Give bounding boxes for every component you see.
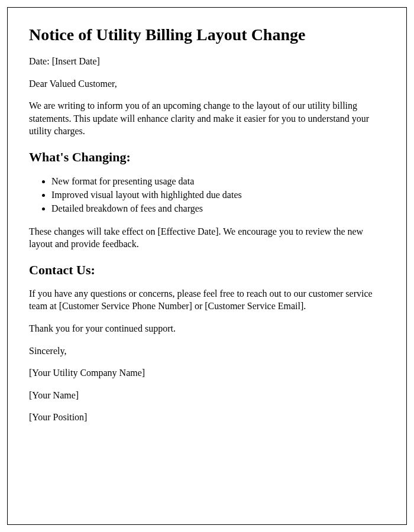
- closing-line: Sincerely,: [29, 345, 385, 358]
- list-item: New format for presenting usage data: [51, 174, 385, 188]
- salutation: Dear Valued Customer,: [29, 77, 385, 90]
- thanks-line: Thank you for your continued support.: [29, 322, 385, 335]
- changes-list: New format for presenting usage data Imp…: [51, 174, 385, 216]
- sender-name: [Your Name]: [29, 389, 385, 402]
- document-page: Notice of Utility Billing Layout Change …: [7, 7, 407, 525]
- intro-paragraph: We are writing to inform you of an upcom…: [29, 99, 385, 138]
- contact-body: If you have any questions or concerns, p…: [29, 287, 385, 313]
- effective-paragraph: These changes will take effect on [Effec…: [29, 225, 385, 251]
- list-item: Improved visual layout with highlighted …: [51, 188, 385, 202]
- contact-heading: Contact Us:: [29, 262, 385, 278]
- sender-position: [Your Position]: [29, 411, 385, 424]
- list-item: Detailed breakdown of fees and charges: [51, 202, 385, 215]
- date-line: Date: [Insert Date]: [29, 55, 385, 68]
- company-name: [Your Utility Company Name]: [29, 366, 385, 379]
- changes-heading: What's Changing:: [29, 150, 385, 165]
- page-title: Notice of Utility Billing Layout Change: [29, 25, 385, 44]
